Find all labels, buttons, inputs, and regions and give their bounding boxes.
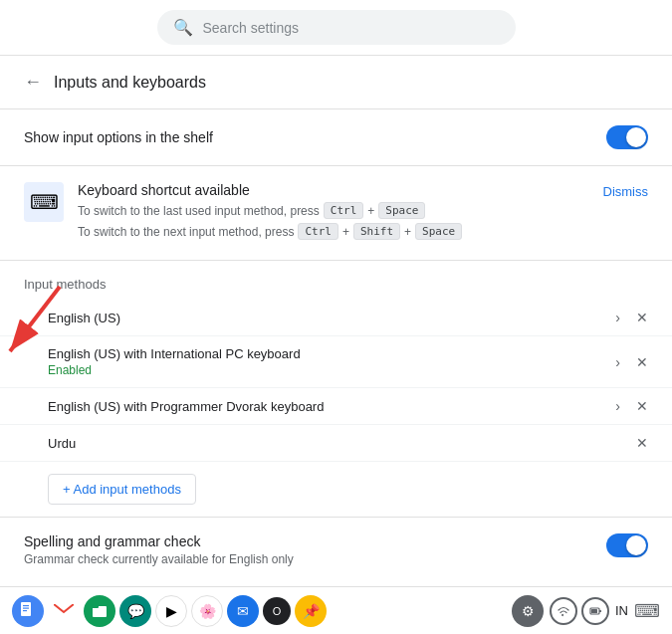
- clock-icon[interactable]: O: [263, 597, 291, 625]
- search-bar[interactable]: 🔍 Search settings: [157, 10, 516, 45]
- spelling-row: Spelling and grammar check Grammar check…: [24, 533, 648, 566]
- chevron-icon: ›: [615, 354, 620, 370]
- space-key: Space: [378, 202, 425, 219]
- input-method-info: English (US) with International PC keybo…: [48, 346, 607, 377]
- shortcut-icon: ⌨: [24, 182, 64, 222]
- shift-key: Shift: [353, 223, 400, 240]
- input-method-row: English (US) › ✕: [0, 300, 672, 336]
- spelling-title: Spelling and grammar check: [24, 533, 294, 549]
- ctrl-key: Ctrl: [324, 202, 364, 219]
- keyboard-icon[interactable]: ⌨: [634, 600, 660, 622]
- search-icon: 🔍: [173, 18, 193, 37]
- plus3: +: [404, 225, 411, 239]
- taskbar: 💬 ▶ 🌸 ✉ O 📌 ⚙ IN ⌨: [0, 586, 672, 634]
- input-methods-list: English (US) › ✕ English (US) with Inter…: [0, 300, 672, 462]
- show-input-options-row: Show input options in the shelf: [0, 109, 672, 166]
- taskbar-right: ⚙ IN ⌨: [512, 595, 660, 627]
- input-method-info: Urdu: [48, 436, 628, 451]
- settings-icon[interactable]: ⚙: [512, 595, 544, 627]
- shortcut-line-2: To switch to the next input method, pres…: [78, 223, 589, 240]
- spelling-section: Spelling and grammar check Grammar check…: [0, 517, 672, 582]
- svg-rect-2: [21, 602, 31, 616]
- ctrl-key-2: Ctrl: [298, 223, 338, 240]
- spelling-toggle[interactable]: [606, 533, 648, 557]
- back-button[interactable]: ←: [24, 72, 42, 93]
- page-title: Inputs and keyboards: [54, 74, 206, 92]
- gmail-icon[interactable]: [48, 595, 80, 627]
- input-method-name: English (US) with Programmer Dvorak keyb…: [48, 399, 607, 414]
- add-input-methods-button[interactable]: + Add input methods: [48, 474, 196, 505]
- files-icon[interactable]: [84, 595, 115, 627]
- remove-input-method-button[interactable]: ✕: [636, 435, 648, 451]
- keep-icon[interactable]: 📌: [295, 595, 327, 627]
- shortcut-content: Keyboard shortcut available To switch to…: [78, 182, 589, 244]
- show-input-options-label: Show input options in the shelf: [24, 129, 213, 145]
- remove-input-method-button[interactable]: ✕: [636, 398, 648, 414]
- show-input-options-toggle[interactable]: [606, 125, 648, 149]
- battery-icon: [581, 597, 609, 625]
- spelling-info: Spelling and grammar check Grammar check…: [24, 533, 294, 566]
- input-method-status: Enabled: [48, 363, 607, 377]
- spelling-description: Grammar check currently available for En…: [24, 552, 294, 566]
- dismiss-button[interactable]: Dismiss: [603, 182, 649, 199]
- page-header: ← Inputs and keyboards: [0, 56, 672, 109]
- svg-rect-8: [92, 605, 99, 608]
- taskbar-left: 💬 ▶ 🌸 ✉ O 📌: [12, 595, 327, 627]
- input-methods-section-label: Input methods: [0, 261, 672, 300]
- input-method-name: Urdu: [48, 436, 628, 451]
- network-status: [550, 597, 609, 625]
- docs-icon[interactable]: [12, 595, 44, 627]
- input-method-info: English (US) with Programmer Dvorak keyb…: [48, 399, 607, 414]
- svg-rect-5: [23, 610, 27, 611]
- search-input[interactable]: Search settings: [203, 20, 300, 36]
- remove-input-method-button[interactable]: ✕: [636, 310, 648, 325]
- input-method-name: English (US) with International PC keybo…: [48, 346, 607, 361]
- chevron-icon: ›: [615, 310, 620, 325]
- shortcut-banner: ⌨ Keyboard shortcut available To switch …: [0, 166, 672, 261]
- input-method-name: English (US): [48, 311, 607, 325]
- input-method-row: English (US) with International PC keybo…: [0, 336, 672, 388]
- input-method-row: English (US) with Programmer Dvorak keyb…: [0, 388, 672, 425]
- svg-rect-3: [23, 605, 29, 606]
- plus1: +: [367, 204, 374, 218]
- chevron-icon: ›: [615, 398, 620, 414]
- svg-rect-10: [599, 610, 601, 612]
- shortcut-line-1: To switch to the last used input method,…: [78, 202, 589, 219]
- plus2: +: [342, 225, 349, 239]
- space-key-2: Space: [415, 223, 462, 240]
- wifi-icon: [550, 597, 577, 625]
- remove-input-method-button[interactable]: ✕: [636, 354, 648, 370]
- keyboard-icon: ⌨: [30, 190, 59, 214]
- shortcut-title: Keyboard shortcut available: [78, 182, 589, 198]
- input-method-row: Urdu ✕: [0, 425, 672, 462]
- hangouts-icon[interactable]: 💬: [119, 595, 151, 627]
- shortcut-line1-text: To switch to the last used input method,…: [78, 204, 320, 218]
- messages-icon[interactable]: ✉: [227, 595, 259, 627]
- photos-icon[interactable]: 🌸: [191, 595, 223, 627]
- main-content: ← Inputs and keyboards Show input option…: [0, 56, 672, 586]
- input-language-indicator[interactable]: IN: [615, 603, 628, 618]
- svg-rect-11: [591, 609, 597, 613]
- play-store-icon[interactable]: ▶: [155, 595, 187, 627]
- shortcut-line2-text: To switch to the next input method, pres…: [78, 225, 294, 239]
- svg-rect-4: [23, 607, 29, 608]
- search-bar-area: 🔍 Search settings: [0, 0, 672, 56]
- input-method-info: English (US): [48, 311, 607, 325]
